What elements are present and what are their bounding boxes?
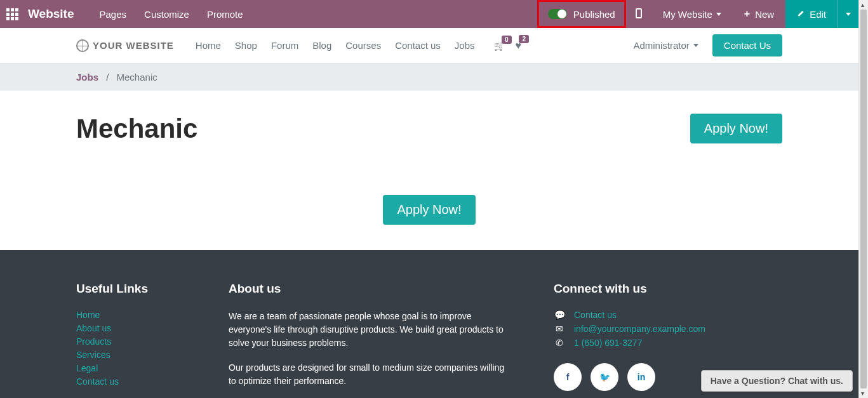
my-website-dropdown[interactable]: My Website <box>651 9 733 20</box>
logo-text: YOUR WEBSITE <box>93 40 174 51</box>
chevron-down-icon <box>846 13 851 16</box>
edit-button[interactable]: Edit <box>785 0 838 28</box>
edit-label: Edit <box>810 9 826 20</box>
admin-menu-promote[interactable]: Promote <box>207 9 243 20</box>
mobile-preview-icon[interactable] <box>626 8 651 20</box>
breadcrumb-separator: / <box>106 72 109 83</box>
twitter-icon: 🐦 <box>599 372 610 382</box>
nav-home[interactable]: Home <box>196 40 221 51</box>
scroll-up-icon: ▴ <box>861 1 864 8</box>
footer-link-home[interactable]: Home <box>76 310 184 320</box>
nav-links: Home Shop Forum Blog Courses Contact us … <box>196 40 475 51</box>
edit-button-group: Edit <box>785 0 858 28</box>
main-content: Mechanic Apply Now! Apply Now! <box>0 91 858 250</box>
chat-icon: 💬 <box>554 310 565 320</box>
admin-right: Published My Website + New Edit <box>537 0 858 28</box>
admin-menu: Pages Customize Promote <box>100 9 243 20</box>
globe-icon <box>76 39 89 52</box>
apply-center: Apply Now! <box>76 195 782 225</box>
phone-icon: ✆ <box>554 338 565 348</box>
chevron-down-icon <box>716 13 721 16</box>
breadcrumb-current: Mechanic <box>117 72 157 83</box>
connect-contact: 💬 Contact us <box>554 310 782 320</box>
publish-toggle-area: Published <box>537 0 626 28</box>
connect-phone-link[interactable]: 1 (650) 691-3277 <box>574 338 642 348</box>
apps-icon[interactable] <box>6 8 19 20</box>
contact-us-button[interactable]: Contact Us <box>712 34 782 56</box>
cart-button[interactable]: 0 <box>494 41 504 51</box>
user-dropdown[interactable]: Administrator <box>633 40 698 51</box>
connect-email-link[interactable]: info@yourcompany.example.com <box>574 324 705 334</box>
facebook-button[interactable]: f <box>554 363 582 391</box>
nav-courses[interactable]: Courses <box>345 40 381 51</box>
nav-jobs[interactable]: Jobs <box>455 40 475 51</box>
footer-link-contact[interactable]: Contact us <box>76 376 184 387</box>
new-button[interactable]: + New <box>733 8 785 20</box>
plus-icon: + <box>744 8 750 20</box>
wishlist-button[interactable]: 2 <box>516 40 522 51</box>
footer-link-about[interactable]: About us <box>76 323 184 333</box>
nav-contact[interactable]: Contact us <box>395 40 441 51</box>
linkedin-icon: in <box>638 372 645 382</box>
nav-shop[interactable]: Shop <box>235 40 257 51</box>
chat-widget[interactable]: Have a Question? Chat with us. <box>701 370 853 392</box>
nav-forum[interactable]: Forum <box>271 40 298 51</box>
nav-right: Administrator Contact Us <box>633 34 782 56</box>
published-toggle[interactable] <box>548 9 567 19</box>
apply-now-center-button[interactable]: Apply Now! <box>383 195 475 225</box>
nav-blog[interactable]: Blog <box>312 40 331 51</box>
connect-title: Connect with us <box>554 282 782 296</box>
connect-phone: ✆ 1 (650) 691-3277 <box>554 338 782 348</box>
footer-link-products[interactable]: Products <box>76 336 184 347</box>
about-title: About us <box>229 282 508 296</box>
about-column: About us We are a team of passionate peo… <box>229 282 508 398</box>
connect-contact-link[interactable]: Contact us <box>574 310 617 320</box>
published-label: Published <box>573 9 615 20</box>
pencil-icon <box>797 10 805 18</box>
footer-link-legal[interactable]: Legal <box>76 363 184 373</box>
chevron-down-icon <box>693 44 698 47</box>
about-paragraph-2: Our products are designed for small to m… <box>229 361 508 388</box>
admin-menu-pages[interactable]: Pages <box>100 9 127 20</box>
vertical-scrollbar[interactable]: ▴ ▾ <box>858 0 868 398</box>
user-label: Administrator <box>633 40 689 51</box>
about-paragraph-1: We are a team of passionate people whose… <box>229 310 508 350</box>
linkedin-button[interactable]: in <box>627 363 655 391</box>
footer-link-services[interactable]: Services <box>76 350 184 360</box>
admin-menu-customize[interactable]: Customize <box>144 9 189 20</box>
useful-links-column: Useful Links Home About us Products Serv… <box>76 282 184 398</box>
wishlist-badge: 2 <box>519 35 529 43</box>
facebook-icon: f <box>566 372 570 382</box>
my-website-label: My Website <box>663 9 712 20</box>
connect-email: ✉ info@yourcompany.example.com <box>554 324 782 334</box>
new-label: New <box>755 9 774 20</box>
brand-label[interactable]: Website <box>28 7 74 21</box>
scroll-down-icon: ▾ <box>861 390 864 397</box>
breadcrumb-root[interactable]: Jobs <box>76 72 98 83</box>
footer-columns: Useful Links Home About us Products Serv… <box>76 282 782 398</box>
edit-dropdown-toggle[interactable] <box>838 0 858 28</box>
envelope-icon: ✉ <box>554 324 565 334</box>
useful-links-title: Useful Links <box>76 282 184 296</box>
site-logo[interactable]: YOUR WEBSITE <box>76 39 174 52</box>
nav-icons: 0 2 <box>494 40 522 51</box>
page-title: Mechanic <box>76 114 197 144</box>
admin-top-bar: Website Pages Customize Promote Publishe… <box>0 0 858 28</box>
twitter-button[interactable]: 🐦 <box>591 363 618 391</box>
title-row: Mechanic Apply Now! <box>76 114 782 144</box>
cart-badge: 0 <box>502 36 512 44</box>
apply-now-top-button[interactable]: Apply Now! <box>690 114 782 143</box>
breadcrumb: Jobs / Mechanic <box>0 63 858 91</box>
site-nav: YOUR WEBSITE Home Shop Forum Blog Course… <box>0 28 858 63</box>
